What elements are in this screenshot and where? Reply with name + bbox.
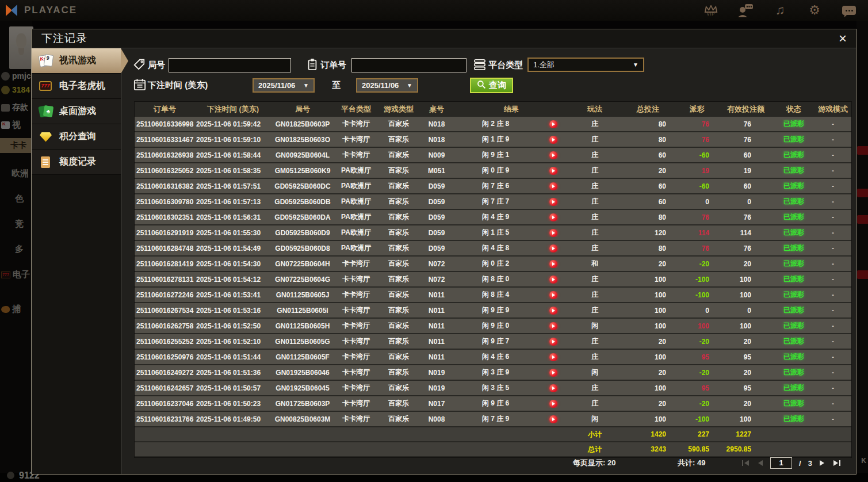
- date-from-select[interactable]: 2025/11/06 ▼: [253, 78, 315, 93]
- cell-time: 2025-11-06 01:53:41: [195, 291, 271, 299]
- cell-game: 百家乐: [378, 274, 419, 284]
- cell-valid: 95: [718, 353, 773, 361]
- next-page-icon[interactable]: [819, 460, 826, 466]
- play-video-button[interactable]: [549, 369, 557, 377]
- slot-777-icon: 777: [39, 79, 53, 93]
- column-header: 平台类型: [334, 104, 378, 114]
- table-row: 2511060162509762025-11-06 01:51:44GN0112…: [135, 350, 851, 364]
- play-video-button[interactable]: [549, 244, 557, 253]
- play-video-button[interactable]: [549, 198, 557, 206]
- play-video-button[interactable]: [549, 229, 557, 237]
- tab-live-games[interactable]: K♥9 视讯游戏: [32, 48, 121, 74]
- cell-game: 百家乐: [378, 368, 419, 377]
- play-video-button[interactable]: [549, 260, 557, 268]
- date-to-select[interactable]: 2025/11/06 ▼: [356, 78, 418, 93]
- table-row: 2511060163023512025-11-06 01:56:31GD0592…: [135, 210, 851, 224]
- cell-result: 闲 9 庄 9: [454, 305, 537, 315]
- vip-crown-icon[interactable]: VIP: [702, 2, 720, 18]
- cell-valid: 60: [718, 151, 773, 159]
- cell-mode: -: [815, 276, 851, 284]
- play-video-button[interactable]: [549, 353, 557, 361]
- cell-status: 已派彩: [773, 181, 815, 191]
- playing-cards-icon: K♥9: [39, 54, 53, 68]
- play-video-button[interactable]: [549, 415, 557, 423]
- chat-bubble-icon[interactable]: [840, 2, 858, 18]
- cell-valid: 95: [718, 384, 773, 392]
- cell-total: 100: [621, 291, 675, 299]
- platform-type-select[interactable]: 1.全部 ▼: [527, 58, 644, 72]
- cell-time: 2025-11-06 01:58:35: [195, 167, 271, 175]
- cell-mode: -: [815, 167, 851, 175]
- live-support-icon[interactable]: [737, 2, 754, 18]
- page-number-input[interactable]: 1: [770, 457, 792, 469]
- cell-valid: 20: [718, 338, 773, 346]
- result-video-cell: [537, 229, 569, 237]
- cell-round: GD05925B060DA: [271, 213, 334, 221]
- play-video-button[interactable]: [549, 400, 557, 408]
- cell-valid: 100: [718, 322, 773, 330]
- cell-platform: 卡卡湾厅: [334, 321, 378, 331]
- play-video-button[interactable]: [549, 213, 557, 221]
- play-video-button[interactable]: [549, 276, 557, 284]
- cell-game: 百家乐: [378, 150, 419, 160]
- cell-time: 2025-11-06 01:55:30: [195, 229, 271, 237]
- play-video-button[interactable]: [549, 384, 557, 392]
- play-video-button[interactable]: [549, 120, 557, 128]
- cell-round: GN01125B0605J: [271, 291, 334, 299]
- grand-total-row-total-bet: 3243: [621, 445, 675, 453]
- cell-mode: -: [815, 291, 851, 299]
- first-page-icon[interactable]: [741, 460, 750, 466]
- cell-bet_on: 闲: [569, 321, 621, 331]
- subtotal-row-valid-bet: 1227: [718, 430, 773, 438]
- order-number-input[interactable]: [351, 58, 466, 72]
- cell-round: GN01125B0605G: [271, 338, 334, 346]
- search-button[interactable]: 查询: [470, 78, 513, 93]
- play-video-button[interactable]: [549, 167, 557, 175]
- close-icon[interactable]: ×: [839, 32, 847, 45]
- cell-bet_on: 闲: [569, 368, 621, 377]
- cell-platform: PA欧洲厅: [334, 197, 378, 206]
- result-video-cell: [537, 369, 569, 377]
- cell-round: GN07225B0604H: [271, 260, 334, 268]
- cell-status: 已派彩: [773, 399, 815, 408]
- cell-table: N011: [419, 307, 454, 315]
- date-from-value: 2025/11/06: [258, 81, 295, 90]
- table-row: 2511060162781312025-11-06 01:54:12GN0722…: [135, 272, 851, 286]
- play-video-button[interactable]: [549, 151, 557, 159]
- column-header: 状态: [773, 104, 815, 114]
- cell-result: 闲 8 庄 0: [454, 274, 537, 284]
- cell-payout: 19: [675, 167, 718, 175]
- cell-bet_on: 庄: [569, 305, 621, 315]
- round-number-input[interactable]: [169, 58, 291, 72]
- cell-status: 已派彩: [773, 336, 815, 346]
- tab-table-games[interactable]: ♣ 桌面游戏: [32, 99, 121, 124]
- previous-page-icon[interactable]: [756, 460, 763, 466]
- cell-status: 已派彩: [773, 383, 815, 393]
- play-video-button[interactable]: [549, 182, 557, 190]
- cell-order: 251106016326938: [135, 151, 195, 159]
- tab-credit-records[interactable]: 额度记录: [32, 150, 121, 175]
- cell-total: 100: [621, 384, 675, 392]
- cell-round: GN01125B0605I: [271, 307, 334, 315]
- tab-slots[interactable]: 777 电子老虎机: [32, 74, 121, 99]
- play-video-button[interactable]: [549, 291, 557, 299]
- cell-status: 已派彩: [773, 274, 815, 284]
- cell-table: D059: [419, 198, 454, 206]
- tab-points-query[interactable]: 积分查询: [32, 124, 121, 150]
- cell-total: 100: [621, 415, 675, 423]
- settings-gear-icon[interactable]: ⚙: [806, 2, 823, 18]
- cell-bet_on: 庄: [569, 352, 621, 362]
- cell-mode: -: [815, 353, 851, 361]
- cell-order: 251106016302351: [135, 213, 195, 221]
- platform-type-value: 1.全部: [533, 60, 555, 70]
- cell-valid: 100: [718, 415, 773, 423]
- last-page-icon[interactable]: [833, 460, 841, 466]
- play-video-button[interactable]: [549, 307, 557, 315]
- play-video-button[interactable]: [549, 338, 557, 346]
- table-cards-icon: ♣: [39, 105, 53, 118]
- cell-round: GN00825B0603M: [271, 415, 334, 423]
- cell-mode: -: [815, 213, 851, 221]
- music-icon[interactable]: ♫: [771, 2, 789, 18]
- play-video-button[interactable]: [549, 136, 557, 144]
- play-video-button[interactable]: [549, 322, 557, 330]
